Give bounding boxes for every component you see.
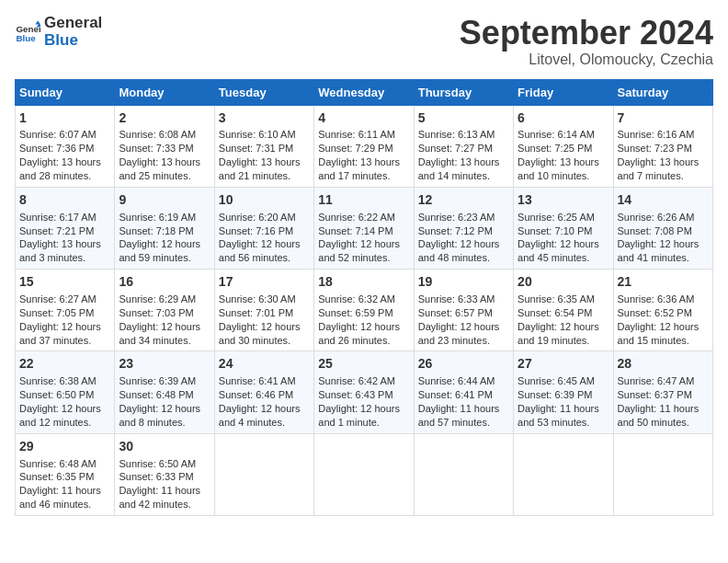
calendar-location: Litovel, Olomoucky, Czechia — [460, 52, 713, 68]
sunrise-text: Sunrise: 6:22 AM — [318, 211, 409, 224]
header-tuesday: Tuesday — [214, 79, 313, 105]
daylight-text: Daylight: 12 hours and 34 minutes. — [119, 320, 210, 348]
daylight-text: Daylight: 12 hours and 52 minutes. — [318, 237, 409, 265]
day-number: 8 — [19, 191, 110, 209]
calendar-cell: 16Sunrise: 6:29 AMSunset: 7:03 PMDayligh… — [115, 270, 214, 351]
sunrise-text: Sunrise: 6:50 AM — [119, 457, 210, 471]
sunset-text: Sunset: 7:23 PM — [618, 142, 709, 155]
calendar-month-year: September 2024 — [460, 15, 713, 52]
sunrise-text: Sunrise: 6:36 AM — [618, 293, 709, 306]
daylight-text: Daylight: 12 hours and 59 minutes. — [119, 237, 210, 265]
sunrise-text: Sunrise: 6:47 AM — [618, 374, 709, 388]
daylight-text: Daylight: 12 hours and 41 minutes. — [618, 237, 709, 265]
page-header: General Blue General Blue September 2024… — [15, 15, 713, 68]
logo-icon: General Blue — [15, 19, 40, 45]
day-number: 30 — [119, 438, 210, 455]
sunset-text: Sunset: 7:36 PM — [19, 142, 110, 155]
sunset-text: Sunset: 7:12 PM — [418, 224, 509, 238]
daylight-text: Daylight: 12 hours and 48 minutes. — [418, 237, 509, 265]
calendar-cell: 13Sunrise: 6:25 AMSunset: 7:10 PMDayligh… — [514, 187, 613, 269]
day-number: 26 — [418, 355, 509, 373]
daylight-text: Daylight: 12 hours and 1 minute. — [318, 402, 409, 430]
day-number: 5 — [418, 109, 509, 127]
day-number: 28 — [618, 355, 709, 373]
calendar-week-1: 1Sunrise: 6:07 AMSunset: 7:36 PMDaylight… — [16, 105, 713, 187]
sunset-text: Sunset: 7:31 PM — [219, 142, 310, 155]
calendar-cell: 6Sunrise: 6:14 AMSunset: 7:25 PMDaylight… — [514, 105, 613, 187]
daylight-text: Daylight: 11 hours and 42 minutes. — [119, 484, 210, 511]
sunset-text: Sunset: 7:10 PM — [518, 224, 609, 238]
sunset-text: Sunset: 7:25 PM — [518, 142, 609, 155]
day-number: 19 — [418, 273, 509, 291]
header-wednesday: Wednesday — [314, 79, 414, 105]
sunset-text: Sunset: 6:52 PM — [618, 306, 709, 320]
sunrise-text: Sunrise: 6:25 AM — [518, 211, 609, 224]
day-number: 25 — [318, 355, 409, 373]
day-number: 12 — [418, 191, 509, 209]
sunset-text: Sunset: 6:59 PM — [318, 306, 409, 320]
day-number: 9 — [119, 191, 210, 209]
daylight-text: Daylight: 12 hours and 8 minutes. — [119, 402, 210, 430]
sunset-text: Sunset: 6:54 PM — [518, 306, 609, 320]
calendar-cell — [414, 433, 513, 515]
sunrise-text: Sunrise: 6:30 AM — [219, 293, 310, 306]
calendar-cell: 23Sunrise: 6:39 AMSunset: 6:48 PMDayligh… — [115, 351, 214, 433]
sunrise-text: Sunrise: 6:08 AM — [119, 128, 210, 142]
sunrise-text: Sunrise: 6:11 AM — [318, 128, 409, 142]
sunset-text: Sunset: 6:48 PM — [119, 388, 210, 402]
sunrise-text: Sunrise: 6:35 AM — [518, 293, 609, 306]
sunrise-text: Sunrise: 6:39 AM — [119, 374, 210, 388]
calendar-week-3: 15Sunrise: 6:27 AMSunset: 7:05 PMDayligh… — [16, 270, 713, 351]
calendar-cell: 9Sunrise: 6:19 AMSunset: 7:18 PMDaylight… — [115, 187, 214, 269]
calendar-week-4: 22Sunrise: 6:38 AMSunset: 6:50 PMDayligh… — [16, 351, 713, 433]
day-number: 4 — [318, 109, 409, 127]
calendar-week-5: 29Sunrise: 6:48 AMSunset: 6:35 PMDayligh… — [16, 433, 713, 515]
calendar-cell — [514, 433, 613, 515]
daylight-text: Daylight: 12 hours and 56 minutes. — [219, 237, 310, 265]
calendar-cell — [214, 433, 313, 515]
calendar-cell: 26Sunrise: 6:44 AMSunset: 6:41 PMDayligh… — [414, 351, 513, 433]
sunrise-text: Sunrise: 6:26 AM — [618, 211, 709, 224]
header-friday: Friday — [514, 79, 613, 105]
daylight-text: Daylight: 11 hours and 53 minutes. — [518, 402, 609, 430]
calendar-header-row: Sunday Monday Tuesday Wednesday Thursday… — [16, 79, 713, 105]
daylight-text: Daylight: 12 hours and 26 minutes. — [318, 320, 409, 348]
sunrise-text: Sunrise: 6:13 AM — [418, 128, 509, 142]
sunset-text: Sunset: 7:01 PM — [219, 306, 310, 320]
calendar-cell: 15Sunrise: 6:27 AMSunset: 7:05 PMDayligh… — [16, 270, 115, 351]
sunset-text: Sunset: 6:39 PM — [518, 388, 609, 402]
calendar-cell: 22Sunrise: 6:38 AMSunset: 6:50 PMDayligh… — [16, 351, 115, 433]
calendar-header: September 2024 Litovel, Olomoucky, Czech… — [460, 15, 713, 68]
day-number: 27 — [518, 355, 609, 373]
sunset-text: Sunset: 7:14 PM — [318, 224, 409, 238]
sunset-text: Sunset: 6:37 PM — [618, 388, 709, 402]
daylight-text: Daylight: 13 hours and 14 minutes. — [418, 155, 509, 183]
calendar-cell: 14Sunrise: 6:26 AMSunset: 7:08 PMDayligh… — [613, 187, 712, 269]
day-number: 16 — [119, 273, 210, 291]
daylight-text: Daylight: 13 hours and 21 minutes. — [219, 155, 310, 183]
sunset-text: Sunset: 7:05 PM — [19, 306, 110, 320]
calendar-cell: 25Sunrise: 6:42 AMSunset: 6:43 PMDayligh… — [314, 351, 414, 433]
day-number: 29 — [19, 438, 110, 455]
sunset-text: Sunset: 7:27 PM — [418, 142, 509, 155]
sunset-text: Sunset: 7:16 PM — [219, 224, 310, 238]
day-number: 3 — [219, 109, 310, 127]
calendar-cell: 5Sunrise: 6:13 AMSunset: 7:27 PMDaylight… — [414, 105, 513, 187]
day-number: 7 — [618, 109, 709, 127]
sunrise-text: Sunrise: 6:17 AM — [19, 211, 110, 224]
calendar-cell: 30Sunrise: 6:50 AMSunset: 6:33 PMDayligh… — [115, 433, 214, 515]
sunrise-text: Sunrise: 6:41 AM — [219, 374, 310, 388]
day-number: 14 — [618, 191, 709, 209]
sunset-text: Sunset: 6:35 PM — [19, 470, 110, 484]
sunset-text: Sunset: 6:50 PM — [19, 388, 110, 402]
daylight-text: Daylight: 12 hours and 30 minutes. — [219, 320, 310, 348]
daylight-text: Daylight: 12 hours and 15 minutes. — [618, 320, 709, 348]
calendar-cell: 8Sunrise: 6:17 AMSunset: 7:21 PMDaylight… — [16, 187, 115, 269]
calendar-cell: 29Sunrise: 6:48 AMSunset: 6:35 PMDayligh… — [16, 433, 115, 515]
sunrise-text: Sunrise: 6:38 AM — [19, 374, 110, 388]
sunrise-text: Sunrise: 6:42 AM — [318, 374, 409, 388]
sunrise-text: Sunrise: 6:14 AM — [518, 128, 609, 142]
sunrise-text: Sunrise: 6:20 AM — [219, 211, 310, 224]
sunrise-text: Sunrise: 6:44 AM — [418, 374, 509, 388]
day-number: 24 — [219, 355, 310, 373]
